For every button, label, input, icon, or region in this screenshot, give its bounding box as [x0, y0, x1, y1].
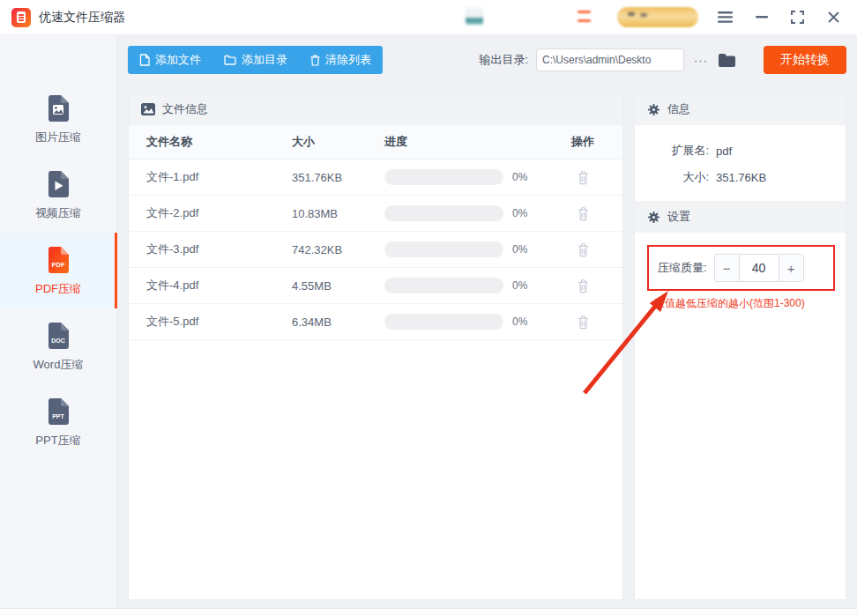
- column-ops: 操作: [552, 134, 614, 150]
- quality-input[interactable]: [740, 255, 779, 281]
- table-column-header: 文件名称 大小 进度 操作: [129, 125, 622, 160]
- progress-percent: 0%: [512, 279, 527, 292]
- file-name: 文件-1.pdf: [146, 169, 292, 185]
- title-bar: 优速文件压缩器: [0, 0, 857, 35]
- sidebar-item-label: 图片压缩: [35, 130, 81, 145]
- quality-increase-button[interactable]: +: [779, 255, 803, 281]
- table-row: 文件-1.pdf 351.76KB 0%: [129, 160, 622, 196]
- file-name: 文件-5.pdf: [146, 314, 292, 330]
- progress-percent: 0%: [512, 315, 527, 328]
- maximize-icon[interactable]: [790, 10, 805, 25]
- file-size: 742.32KB: [292, 243, 384, 256]
- trash-icon: [310, 55, 320, 66]
- file-size: 351.76KB: [292, 171, 384, 184]
- toolbar: 添加文件 添加目录 清除列表 输出目录: ···: [128, 46, 846, 74]
- clear-list-button[interactable]: 清除列表: [299, 46, 383, 74]
- picture-icon: [141, 103, 155, 115]
- trash-icon: [577, 242, 590, 257]
- menu-icon[interactable]: [718, 10, 733, 25]
- browse-dots-button[interactable]: ···: [692, 54, 710, 67]
- delete-row-button[interactable]: [575, 241, 592, 259]
- settings-title: 设置: [667, 209, 690, 225]
- trash-icon: [577, 278, 590, 293]
- quality-annotation-box: 压缩质量: − +: [647, 245, 835, 291]
- status-footer: [0, 608, 857, 616]
- app-title: 优速文件压缩器: [39, 10, 125, 26]
- progress-bar: [384, 169, 503, 185]
- table-row: 文件-2.pdf 10.83MB 0%: [129, 196, 622, 232]
- output-area: 输出目录: ··· 开始转换: [479, 46, 846, 74]
- delete-row-button[interactable]: [575, 277, 592, 295]
- start-convert-button[interactable]: 开始转换: [764, 46, 846, 74]
- add-directory-button[interactable]: 添加目录: [212, 46, 299, 74]
- close-icon[interactable]: [826, 10, 841, 25]
- pdf-file-icon: PDF: [43, 245, 73, 275]
- column-name: 文件名称: [146, 134, 292, 150]
- sidebar-item-label: Word压缩: [34, 357, 84, 373]
- ppt-file-icon: PPT: [43, 397, 73, 427]
- trash-icon: [577, 315, 590, 330]
- progress-bar: [384, 278, 503, 293]
- quality-label: 压缩质量:: [658, 260, 707, 276]
- svg-text:DOC: DOC: [51, 338, 65, 344]
- progress-bar: [384, 314, 503, 330]
- table-row: 文件-4.pdf 4.55MB 0%: [129, 268, 622, 304]
- progress-percent: 0%: [512, 243, 527, 256]
- sidebar: 图片压缩 视频压缩 PDF PDF压缩: [0, 35, 117, 608]
- file-name: 文件-2.pdf: [146, 205, 292, 221]
- blurred-orange-badge: [578, 11, 591, 25]
- svg-text:PDF: PDF: [52, 261, 65, 269]
- sidebar-item-ppt-compress[interactable]: PPT PPT压缩: [0, 384, 116, 460]
- gear-icon: [647, 103, 660, 116]
- add-file-button[interactable]: 添加文件: [128, 46, 212, 74]
- settings-body: 压缩质量: − + 数值越低压缩的越小(范围1-300): [635, 233, 846, 311]
- app-logo-icon: [11, 8, 31, 27]
- trash-icon: [577, 170, 590, 185]
- sidebar-item-image-compress[interactable]: 图片压缩: [0, 81, 116, 157]
- file-table-card: 文件信息 文件名称 大小 进度 操作 文件-1.pdf 351.76KB 0%: [128, 93, 623, 600]
- delete-row-button[interactable]: [575, 204, 592, 223]
- quality-hint-text: 数值越低压缩的越小(范围1-300): [654, 296, 846, 311]
- quality-decrease-button[interactable]: −: [715, 255, 740, 281]
- sidebar-item-word-compress[interactable]: DOC Word压缩: [0, 308, 116, 384]
- blurred-gold-pill-badge: [617, 7, 698, 27]
- delete-row-button[interactable]: [575, 313, 592, 331]
- gear-icon: [647, 211, 660, 224]
- blurred-thumbnail: [466, 7, 483, 25]
- add-file-label: 添加文件: [155, 52, 201, 68]
- open-folder-icon[interactable]: [718, 53, 736, 68]
- table-row: 文件-3.pdf 742.32KB 0%: [129, 232, 622, 268]
- ext-value: pdf: [716, 145, 732, 158]
- info-header: 信息: [635, 93, 846, 125]
- size-label: 大小:: [635, 169, 709, 185]
- minimize-icon[interactable]: [754, 10, 769, 25]
- delete-row-button[interactable]: [575, 168, 592, 187]
- column-progress: 进度: [384, 134, 552, 150]
- image-file-icon: [43, 93, 73, 123]
- file-icon: [139, 54, 150, 66]
- add-directory-label: 添加目录: [242, 52, 287, 68]
- video-file-icon: [43, 169, 73, 199]
- file-size: 4.55MB: [292, 279, 384, 293]
- file-name: 文件-3.pdf: [146, 241, 292, 257]
- file-info-title: 文件信息: [162, 101, 208, 117]
- sidebar-item-pdf-compress[interactable]: PDF PDF压缩: [0, 233, 116, 308]
- sidebar-item-label: 视频压缩: [35, 205, 81, 221]
- info-settings-card: 信息 扩展名: pdf 大小: 351.76KB: [634, 93, 846, 600]
- info-body: 扩展名: pdf 大小: 351.76KB: [635, 125, 846, 201]
- window-controls: [718, 10, 857, 25]
- settings-header: 设置: [635, 201, 846, 233]
- progress-bar: [384, 205, 503, 221]
- table-row: 文件-5.pdf 6.34MB 0%: [129, 304, 622, 340]
- doc-file-icon: DOC: [43, 321, 73, 351]
- sidebar-item-video-compress[interactable]: 视频压缩: [0, 157, 116, 233]
- ext-label: 扩展名:: [635, 143, 709, 159]
- clear-list-label: 清除列表: [325, 52, 371, 68]
- output-dir-input[interactable]: [536, 48, 684, 71]
- info-title: 信息: [667, 101, 690, 117]
- app-window: 优速文件压缩器: [0, 0, 857, 616]
- file-name: 文件-4.pdf: [146, 278, 292, 293]
- progress-bar: [384, 241, 503, 257]
- progress-percent: 0%: [512, 171, 527, 183]
- column-size: 大小: [292, 134, 384, 150]
